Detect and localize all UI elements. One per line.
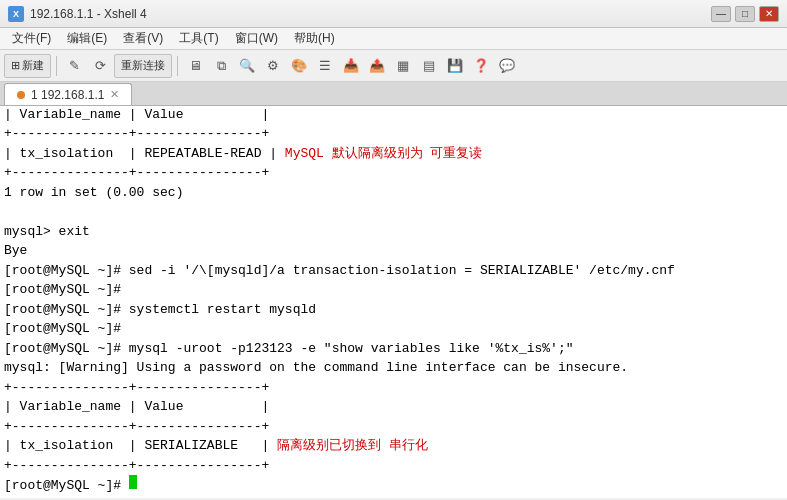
toolbar-settings-2[interactable]: ☰ bbox=[313, 54, 337, 78]
annotation-repeatable-read: MySQL 默认隔离级别为 可重复读 bbox=[277, 144, 482, 164]
titlebar: X 192.168.1.1 - Xshell 4 — □ ✕ bbox=[0, 0, 787, 28]
reconnect-button[interactable]: 重新连接 bbox=[114, 54, 172, 78]
toolbar: ⊞ 新建 ✎ ⟳ 重新连接 🖥 ⧉ 🔍 ⚙ 🎨 ☰ 📥 📤 ▦ ▤ 💾 ❓ 💬 bbox=[0, 50, 787, 82]
menu-window[interactable]: 窗口(W) bbox=[227, 28, 286, 49]
toolbar-btn-2[interactable]: ⟳ bbox=[88, 54, 112, 78]
terminal-line-12: [root@MySQL ~]# sed -i '/\[mysqld]/a tra… bbox=[4, 261, 783, 281]
terminal-line-8: 1 row in set (0.00 sec) bbox=[4, 183, 783, 203]
terminal-line-9 bbox=[4, 202, 783, 222]
menu-file[interactable]: 文件(F) bbox=[4, 28, 59, 49]
terminal-cursor bbox=[129, 475, 137, 489]
terminal-line-23: [root@MySQL ~]# bbox=[4, 475, 783, 496]
new-button[interactable]: ⊞ 新建 bbox=[4, 54, 51, 78]
toolbar-sep-2 bbox=[177, 56, 178, 76]
menu-help[interactable]: 帮助(H) bbox=[286, 28, 343, 49]
tab-session[interactable]: 1 192.168.1.1 ✕ bbox=[4, 83, 132, 105]
toolbar-chat[interactable]: 💬 bbox=[495, 54, 519, 78]
terminal-line-10: mysql> exit bbox=[4, 222, 783, 242]
toolbar-btn-1[interactable]: ✎ bbox=[62, 54, 86, 78]
terminal-line-6: | tx_isolation | REPEATABLE-READ | MySQL… bbox=[4, 144, 783, 164]
terminal-line-21: | tx_isolation | SERIALIZABLE | 隔离级别已切换到… bbox=[4, 436, 783, 456]
terminal-line-11: Bye bbox=[4, 241, 783, 261]
terminal-line-22: +---------------+----------------+ bbox=[4, 456, 783, 476]
terminal[interactable]: mysql> mysql> show variables like '%tx_i… bbox=[0, 106, 787, 498]
tab-close-icon[interactable]: ✕ bbox=[110, 88, 119, 101]
window-controls: — □ ✕ bbox=[711, 6, 779, 22]
tab-label: 1 192.168.1.1 bbox=[31, 88, 104, 102]
terminal-line-17: mysql: [Warning] Using a password on the… bbox=[4, 358, 783, 378]
toolbar-transfer-1[interactable]: 📥 bbox=[339, 54, 363, 78]
terminal-line-15: [root@MySQL ~]# bbox=[4, 319, 783, 339]
window-title: 192.168.1.1 - Xshell 4 bbox=[30, 7, 711, 21]
toolbar-copy[interactable]: ⧉ bbox=[209, 54, 233, 78]
terminal-line-4: | Variable_name | Value | bbox=[4, 106, 783, 124]
toolbar-transfer-2[interactable]: 📤 bbox=[365, 54, 389, 78]
app-icon: X bbox=[8, 6, 24, 22]
tabbar: 1 192.168.1.1 ✕ bbox=[0, 82, 787, 106]
toolbar-settings-1[interactable]: ⚙ bbox=[261, 54, 285, 78]
menubar: 文件(F) 编辑(E) 查看(V) 工具(T) 窗口(W) 帮助(H) bbox=[0, 28, 787, 50]
toolbar-help[interactable]: ❓ bbox=[469, 54, 493, 78]
terminal-line-19: | Variable_name | Value | bbox=[4, 397, 783, 417]
menu-edit[interactable]: 编辑(E) bbox=[59, 28, 115, 49]
terminal-line-13: [root@MySQL ~]# bbox=[4, 280, 783, 300]
terminal-line-20: +---------------+----------------+ bbox=[4, 417, 783, 437]
terminal-line-14: [root@MySQL ~]# systemctl restart mysqld bbox=[4, 300, 783, 320]
toolbar-find[interactable]: 🔍 bbox=[235, 54, 259, 78]
terminal-line-18: +---------------+----------------+ bbox=[4, 378, 783, 398]
terminal-line-7: +---------------+----------------+ bbox=[4, 163, 783, 183]
toolbar-sep-1 bbox=[56, 56, 57, 76]
tab-status-dot bbox=[17, 91, 25, 99]
menu-tools[interactable]: 工具(T) bbox=[171, 28, 226, 49]
new-icon: ⊞ bbox=[11, 59, 20, 72]
toolbar-monitor[interactable]: 🖥 bbox=[183, 54, 207, 78]
terminal-line-5: +---------------+----------------+ bbox=[4, 124, 783, 144]
annotation-serializable: 隔离级别已切换到 串行化 bbox=[269, 436, 428, 456]
toolbar-save[interactable]: 💾 bbox=[443, 54, 467, 78]
menu-view[interactable]: 查看(V) bbox=[115, 28, 171, 49]
toolbar-grid2[interactable]: ▤ bbox=[417, 54, 441, 78]
terminal-line-16: [root@MySQL ~]# mysql -uroot -p123123 -e… bbox=[4, 339, 783, 359]
toolbar-grid[interactable]: ▦ bbox=[391, 54, 415, 78]
toolbar-color[interactable]: 🎨 bbox=[287, 54, 311, 78]
close-button[interactable]: ✕ bbox=[759, 6, 779, 22]
minimize-button[interactable]: — bbox=[711, 6, 731, 22]
maximize-button[interactable]: □ bbox=[735, 6, 755, 22]
